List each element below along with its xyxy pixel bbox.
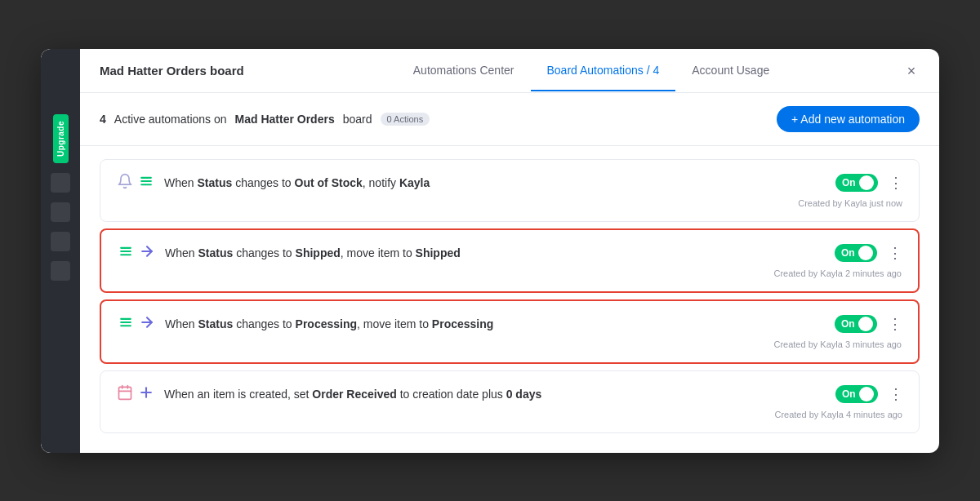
modal-title: Mad Hatter Orders board <box>100 64 247 92</box>
tab-account-usage[interactable]: Account Usage <box>675 64 786 91</box>
more-button-2[interactable]: ⋮ <box>885 243 905 263</box>
automation-card-3: When Status changes to Processing, move … <box>100 299 920 364</box>
toolbar-info: 4 Active automations on Mad Hatter Order… <box>100 113 430 126</box>
bell-icon <box>117 173 133 193</box>
automation-icons-1 <box>117 173 154 193</box>
board-title-suffix: board <box>207 64 244 78</box>
actions-badge: 0 Actions <box>381 113 430 126</box>
list-icon-2 <box>118 243 134 264</box>
notify-label-1: Kayla <box>399 176 430 189</box>
automations-list: When Status changes to Out of Stock, not… <box>80 146 939 453</box>
upgrade-button[interactable]: Upgrade <box>53 114 69 163</box>
automation-meta-1: Created by Kayla just now <box>117 198 902 208</box>
toggle-circle-4 <box>859 387 874 401</box>
automation-meta-3: Created by Kayla 3 minutes ago <box>118 339 902 349</box>
field-label-4: Order Received <box>312 388 397 401</box>
automation-controls-2: On ⋮ <box>835 243 905 263</box>
automation-count: 4 <box>100 113 106 126</box>
sidebar-icon-3 <box>51 232 70 251</box>
svg-rect-11 <box>119 387 131 399</box>
value-label-1: Out of Stock <box>295 176 363 189</box>
more-button-1[interactable]: ⋮ <box>886 173 906 193</box>
calendar-icon <box>117 384 133 405</box>
toolbar: 4 Active automations on Mad Hatter Order… <box>80 93 939 146</box>
toggle-circle-1 <box>859 175 874 190</box>
automation-row-2: When Status changes to Shipped, move ite… <box>118 243 902 264</box>
status-label-1: Status <box>197 176 232 189</box>
automation-text-2: When Status changes to Shipped, move ite… <box>165 245 902 262</box>
add-automation-button[interactable]: + Add new automation <box>777 106 920 132</box>
status-label-3: Status <box>198 317 233 330</box>
automation-row-1: When Status changes to Out of Stock, not… <box>117 173 902 193</box>
automation-card-2: When Status changes to Shipped, move ite… <box>100 228 920 293</box>
more-button-3[interactable]: ⋮ <box>885 314 905 334</box>
automation-text-1: When Status changes to Out of Stock, not… <box>164 175 902 192</box>
automation-card-1: When Status changes to Out of Stock, not… <box>100 159 920 222</box>
automation-row-3: When Status changes to Processing, move … <box>118 314 902 335</box>
list-icon-3 <box>118 314 134 335</box>
sidebar-icon-4 <box>51 261 70 281</box>
toggle-1[interactable]: On <box>835 174 878 192</box>
dest-label-2: Shipped <box>416 246 461 259</box>
arrow-icon-2 <box>139 243 155 263</box>
toggle-3[interactable]: On <box>835 315 877 333</box>
toggle-label-2: On <box>841 247 855 259</box>
automation-controls-3: On ⋮ <box>835 314 905 334</box>
toggle-circle-2 <box>858 246 873 260</box>
automation-controls-4: On ⋮ <box>835 384 906 404</box>
tab-automations-center[interactable]: Automations Center <box>397 64 531 91</box>
tab-board-automations[interactable]: Board Automations / 4 <box>531 64 676 91</box>
plus-icon <box>138 384 154 404</box>
value-label-2: Shipped <box>296 246 341 259</box>
modal-content: Mad Hatter Orders board Automations Cent… <box>80 49 939 453</box>
modal-tabs: Automations Center Board Automations / 4… <box>263 64 920 91</box>
automation-icons-3 <box>118 314 155 335</box>
dest-label-3: Processing <box>432 317 493 330</box>
value-label-3: Processing <box>296 317 357 330</box>
list-icon-1 <box>138 173 154 193</box>
automation-meta-2: Created by Kayla 2 minutes ago <box>118 268 902 278</box>
toggle-2[interactable]: On <box>835 244 877 262</box>
toggle-label-1: On <box>842 177 856 188</box>
close-button[interactable]: × <box>900 60 923 83</box>
automation-card-4: When an item is created, set Order Recei… <box>100 370 920 433</box>
automation-text-3: When Status changes to Processing, move … <box>165 316 902 333</box>
toolbar-description: Active automations on <box>114 113 227 126</box>
arrow-icon-3 <box>139 314 155 334</box>
modal: Upgrade Mad Hatter Orders board Automati… <box>41 49 939 453</box>
modal-header: Mad Hatter Orders board Automations Cent… <box>80 49 939 93</box>
sidebar-icon-1 <box>51 173 70 193</box>
toggle-circle-3 <box>858 317 873 331</box>
sidebar: Upgrade <box>41 49 80 453</box>
toggle-4[interactable]: On <box>835 385 878 403</box>
automation-icons-2 <box>118 243 155 264</box>
board-name-bold: Mad Hatter Orders <box>100 64 207 78</box>
toolbar-description2: board <box>343 113 372 126</box>
more-button-4[interactable]: ⋮ <box>886 384 906 404</box>
toggle-label-3: On <box>841 318 855 330</box>
automation-icons-4 <box>117 384 154 405</box>
automation-row-4: When an item is created, set Order Recei… <box>117 384 902 405</box>
toolbar-board-name: Mad Hatter Orders <box>235 113 335 126</box>
automation-controls-1: On ⋮ <box>835 173 906 193</box>
days-label-4: 0 days <box>506 388 542 401</box>
automation-text-4: When an item is created, set Order Recei… <box>164 386 902 403</box>
status-label-2: Status <box>198 246 233 259</box>
sidebar-icon-2 <box>51 202 70 222</box>
automation-meta-4: Created by Kayla 4 minutes ago <box>117 410 902 419</box>
toggle-label-4: On <box>842 388 856 400</box>
